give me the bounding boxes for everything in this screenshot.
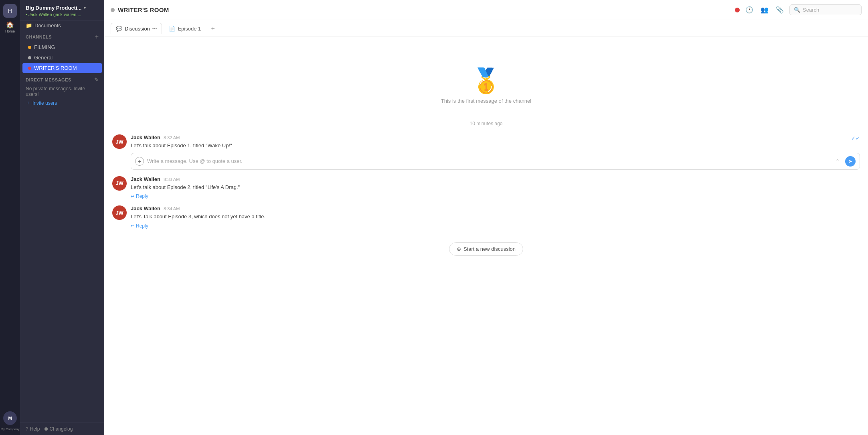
main-content: WRITER'S ROOM 🕐 👥 📎 🔍 Search 💬 Discussio… — [104, 0, 868, 435]
plus-icon: ＋ — [26, 100, 30, 106]
reply-icon: ↩ — [131, 194, 134, 199]
dm-empty-text: No private messages. Invite users! — [20, 84, 104, 97]
icon-bar: H 🏠 Home M My Company — [0, 0, 20, 435]
topbar-right: 🕐 👥 📎 🔍 Search — [735, 4, 862, 16]
message-header: Jack Wallen 8:33 AM — [131, 176, 860, 182]
documents-icon: 📁 — [26, 22, 32, 28]
tab-episode1-label: Episode 1 — [178, 26, 201, 32]
workspace-avatar[interactable]: H — [3, 4, 17, 18]
chat-message: JW Jack Wallen 8:33 AM Let's talk about … — [104, 173, 868, 203]
status-indicator — [735, 8, 740, 12]
sidebar-item-writers-room[interactable]: WRITER'S ROOM — [22, 63, 102, 73]
message-author: Jack Wallen — [131, 134, 160, 140]
channel-dot — [28, 46, 31, 49]
reply-button[interactable]: ↩ Reply — [131, 193, 860, 199]
message-author: Jack Wallen — [131, 176, 160, 182]
avatar: JW — [112, 134, 127, 149]
topbar-left: WRITER'S ROOM — [111, 6, 169, 13]
tab-options-dots[interactable]: ••• — [152, 26, 157, 31]
chevron-down-icon: ▾ — [84, 6, 86, 10]
message-author: Jack Wallen — [131, 205, 160, 211]
tab-discussion-label: Discussion — [125, 26, 150, 32]
chat-message: JW Jack Wallen 8:32 AM Let's talk about … — [104, 131, 868, 173]
company-label: My Company — [0, 427, 19, 431]
message-text: Let's talk about Episode 2, titled "Life… — [131, 183, 860, 191]
team-icon[interactable]: 👥 — [759, 4, 770, 16]
changelog-dot — [45, 427, 48, 431]
icon-bar-bottom: M My Company — [0, 411, 19, 431]
search-box[interactable]: 🔍 Search — [789, 4, 862, 15]
add-tab-button[interactable]: + — [208, 23, 218, 34]
sidebar-item-general[interactable]: General — [22, 53, 102, 63]
sidebar-item-filming[interactable]: FILMING — [22, 42, 102, 52]
message-content: Jack Wallen 8:33 AM Let's talk about Epi… — [131, 176, 860, 199]
inline-message-input: + Write a message. Use @ to quote a user… — [131, 153, 860, 170]
chat-welcome: 🥇 This is the first message of the chann… — [104, 45, 868, 116]
channel-name: WRITER'S ROOM — [34, 65, 77, 71]
discussion-tab-icon: 💬 — [116, 26, 122, 32]
message-header: Jack Wallen 8:34 AM — [131, 205, 860, 211]
reply-icon: ↩ — [131, 223, 134, 228]
new-discussion-label: Start a new discussion — [463, 246, 516, 252]
invite-users-button[interactable]: ＋ Invite users — [20, 97, 104, 109]
sidebar-footer: ? Help Changelog — [20, 423, 104, 435]
user-status: Jack Wallen (jack.wallen.... — [26, 12, 99, 17]
changelog-button[interactable]: Changelog — [45, 426, 73, 432]
message-input-placeholder[interactable]: Write a message. Use @ to quote a user. — [147, 158, 829, 164]
channels-list: FILMING General WRITER'S ROOM — [20, 42, 104, 73]
message-header: Jack Wallen 8:32 AM — [131, 134, 860, 140]
help-label: Help — [30, 426, 40, 432]
input-actions: ⌃ ➤ — [832, 156, 856, 167]
invite-label: Invite users — [32, 100, 57, 106]
room-status-dot — [111, 8, 115, 12]
message-content: Jack Wallen 8:32 AM Let's talk about Epi… — [131, 134, 860, 170]
clock-icon[interactable]: 🕐 — [744, 4, 755, 16]
room-name: WRITER'S ROOM — [118, 6, 169, 13]
tab-discussion[interactable]: 💬 Discussion ••• — [111, 23, 162, 34]
edit-dm-icon[interactable]: ✎ — [94, 77, 99, 83]
reply-label: Reply — [136, 193, 148, 199]
documents-label: Documents — [34, 22, 61, 28]
avatar: JW — [112, 176, 127, 191]
channel-name: FILMING — [34, 44, 55, 50]
sidebar: Big Dummy Producti... ▾ Jack Wallen (jac… — [20, 0, 104, 435]
topbar: WRITER'S ROOM 🕐 👥 📎 🔍 Search — [104, 0, 868, 20]
channels-section-header: CHANNELS + — [20, 30, 104, 42]
time-divider: 10 minutes ago — [104, 116, 868, 131]
chat-area: 🥇 This is the first message of the chann… — [104, 37, 868, 435]
tabbar: 💬 Discussion ••• 📄 Episode 1 + — [104, 20, 868, 37]
home-button[interactable]: 🏠 Home — [3, 20, 17, 34]
avatar: JW — [112, 205, 127, 220]
search-icon: 🔍 — [794, 7, 800, 13]
documents-link[interactable]: 📁 Documents — [20, 20, 104, 30]
channel-dot — [28, 67, 31, 70]
first-message-text: This is the first message of the channel — [441, 98, 531, 104]
file-icon[interactable]: 📎 — [774, 4, 785, 16]
episode-tab-icon: 📄 — [169, 26, 175, 32]
send-button[interactable]: ➤ — [845, 156, 856, 167]
company-avatar[interactable]: M — [3, 411, 17, 425]
add-channel-button[interactable]: + — [95, 34, 99, 40]
reply-label: Reply — [136, 223, 148, 229]
message-content: Jack Wallen 8:34 AM Let's Talk about Epi… — [131, 205, 860, 229]
tab-episode1[interactable]: 📄 Episode 1 — [164, 23, 206, 34]
dm-section-title: DIRECT MESSAGES — [26, 77, 71, 82]
workspace-selector[interactable]: Big Dummy Producti... ▾ — [26, 5, 99, 11]
message-time: 8:33 AM — [164, 177, 180, 182]
message-check-icon: ✓✓ — [851, 135, 860, 141]
sidebar-header: Big Dummy Producti... ▾ Jack Wallen (jac… — [20, 0, 104, 20]
channel-name: General — [34, 55, 53, 61]
help-button[interactable]: ? Help — [26, 426, 40, 432]
new-discussion-button[interactable]: ⊕ Start a new discussion — [449, 242, 523, 256]
channels-section-title: CHANNELS — [26, 35, 52, 39]
medal-emoji: 🥇 — [471, 69, 501, 93]
reply-button[interactable]: ↩ Reply — [131, 223, 860, 229]
workspace-name: Big Dummy Producti... — [26, 5, 81, 11]
message-time: 8:32 AM — [164, 135, 180, 140]
dm-section-header: DIRECT MESSAGES ✎ — [20, 73, 104, 84]
attach-button[interactable]: + — [135, 157, 144, 166]
chat-message: JW Jack Wallen 8:34 AM Let's Talk about … — [104, 202, 868, 232]
message-text: Let's talk about Episode 1, titled "Wake… — [131, 142, 860, 150]
new-discussion-icon: ⊕ — [457, 246, 461, 252]
expand-input-button[interactable]: ⌃ — [832, 156, 843, 167]
